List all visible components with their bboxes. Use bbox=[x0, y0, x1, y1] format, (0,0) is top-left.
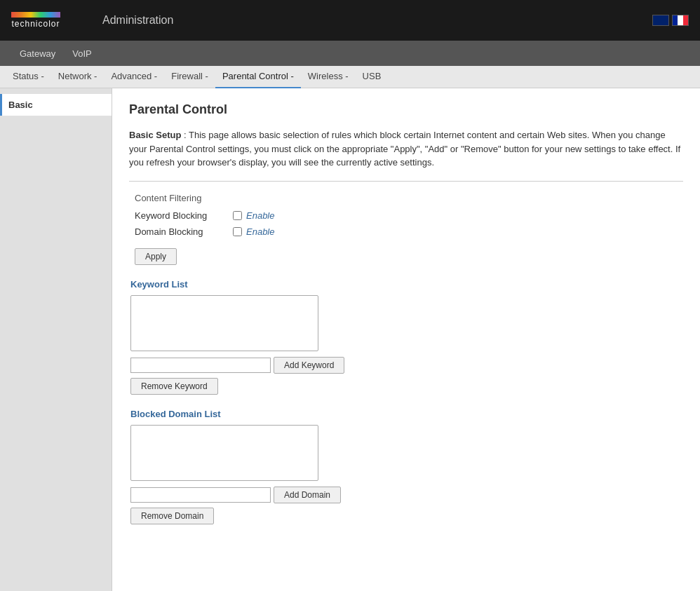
description-box: Basic Setup : This page allows basic sel… bbox=[129, 128, 683, 170]
blocked-domain-list-section: Blocked Domain List Add Domain Remove Do… bbox=[130, 409, 683, 524]
remove-domain-button[interactable]: Remove Domain bbox=[130, 508, 214, 524]
flag-uk[interactable] bbox=[652, 15, 669, 26]
domain-input-row: Add Domain bbox=[130, 487, 683, 503]
keyword-input[interactable] bbox=[130, 358, 271, 373]
apply-button-container: Apply bbox=[135, 248, 683, 265]
app-title: Administration bbox=[102, 14, 173, 27]
logo-area: technicolor bbox=[11, 12, 60, 29]
tab-parental-control[interactable]: Parental Control - bbox=[215, 66, 301, 88]
tab-status[interactable]: Status - bbox=[6, 66, 51, 88]
secondary-nav: Status - Network - Advanced - Firewall -… bbox=[0, 66, 700, 88]
tab-network[interactable]: Network - bbox=[51, 66, 105, 88]
logo-rainbow bbox=[11, 12, 60, 18]
tab-usb[interactable]: USB bbox=[356, 66, 389, 88]
tab-firewall[interactable]: Firewall - bbox=[164, 66, 215, 88]
sidebar-item-basic[interactable]: Basic bbox=[0, 94, 112, 116]
domain-blocking-label: Domain Blocking bbox=[135, 226, 233, 237]
sidebar-item-basic-label: Basic bbox=[8, 100, 33, 110]
keyword-blocking-checkbox[interactable] bbox=[233, 211, 242, 220]
keyword-list-label: Keyword List bbox=[130, 279, 683, 290]
domain-listbox[interactable] bbox=[130, 425, 318, 481]
description-bold: Basic Setup bbox=[129, 130, 181, 140]
sidebar: Basic bbox=[0, 88, 112, 591]
keyword-list-section: Keyword List Add Keyword Remove Keyword bbox=[130, 279, 683, 395]
keyword-blocking-row: Keyword Blocking Enable bbox=[135, 210, 683, 221]
add-keyword-button[interactable]: Add Keyword bbox=[274, 357, 344, 374]
primary-nav-voip[interactable]: VoIP bbox=[64, 41, 100, 66]
tab-advanced[interactable]: Advanced - bbox=[104, 66, 164, 88]
content-area: Parental Control Basic Setup : This page… bbox=[112, 88, 700, 591]
flag-fr[interactable] bbox=[672, 15, 689, 26]
logo-text: technicolor bbox=[11, 19, 60, 29]
keyword-blocking-label: Keyword Blocking bbox=[135, 210, 233, 221]
keyword-listbox[interactable] bbox=[130, 295, 318, 351]
main-layout: Basic Parental Control Basic Setup : Thi… bbox=[0, 88, 700, 591]
description-separator: : bbox=[181, 130, 189, 140]
add-domain-button[interactable]: Add Domain bbox=[274, 487, 341, 503]
tab-wireless[interactable]: Wireless - bbox=[301, 66, 356, 88]
keyword-enable-label: Enable bbox=[246, 210, 274, 221]
page-title: Parental Control bbox=[129, 102, 683, 117]
domain-input[interactable] bbox=[130, 487, 271, 503]
top-bar: technicolor Administration bbox=[0, 0, 700, 41]
domain-blocking-checkbox[interactable] bbox=[233, 227, 242, 236]
domain-blocking-row: Domain Blocking Enable bbox=[135, 226, 683, 237]
primary-nav-gateway[interactable]: Gateway bbox=[11, 41, 64, 66]
lang-flags bbox=[652, 15, 689, 26]
filtering-section: Content Filtering Keyword Blocking Enabl… bbox=[135, 193, 683, 237]
apply-button[interactable]: Apply bbox=[135, 248, 177, 265]
blocked-domain-list-label: Blocked Domain List bbox=[130, 409, 683, 419]
divider bbox=[129, 181, 683, 182]
description-text: This page allows basic selection of rule… bbox=[129, 130, 680, 168]
content-filtering-label: Content Filtering bbox=[135, 193, 683, 203]
domain-enable-label: Enable bbox=[246, 226, 274, 237]
keyword-input-row: Add Keyword bbox=[130, 357, 683, 374]
primary-nav: Gateway VoIP bbox=[0, 41, 700, 66]
remove-keyword-button[interactable]: Remove Keyword bbox=[130, 378, 218, 395]
